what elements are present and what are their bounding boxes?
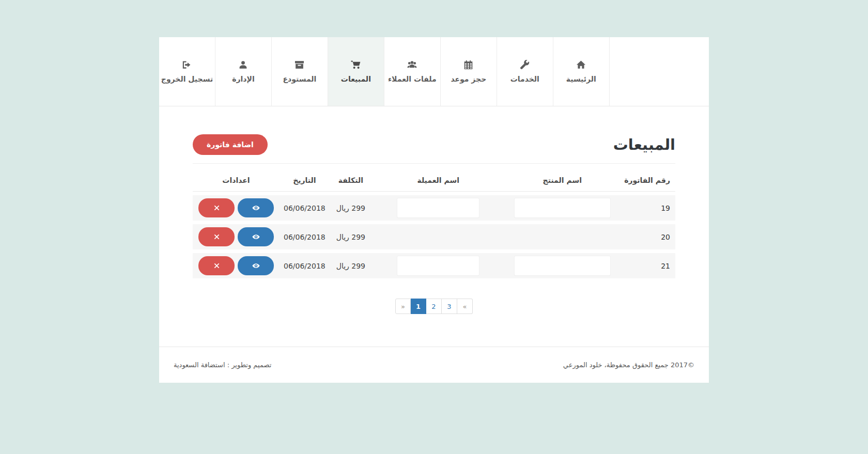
settings-cell (193, 195, 280, 221)
nav-item-label: الإدارة (232, 75, 255, 83)
sales-table-header: رقم الفاتورةاسم المنتجاسم العميلةالتكلفة… (193, 168, 675, 192)
pagination-page-1[interactable]: 1 (411, 299, 426, 314)
nav-item-calendar[interactable]: حجز موعد (440, 37, 497, 106)
date-value: 06/06/2018 (280, 224, 330, 249)
nav-item-label: تسجيل الخروج (161, 75, 213, 83)
nav-item-label: حجز موعد (451, 75, 486, 83)
cost-value: 299 ريال (330, 224, 372, 249)
cost-value: 299 ريال (330, 195, 372, 221)
calendar-icon (463, 60, 473, 70)
nav-item-label: ملفات العملاء (388, 75, 437, 83)
settings-cell (193, 253, 280, 278)
pagination-page-3[interactable]: 3 (442, 299, 457, 314)
view-invoice-button[interactable] (238, 227, 274, 246)
client-name-cell (372, 224, 504, 249)
nav-item-archive[interactable]: المستودع (271, 37, 328, 106)
user-icon (238, 60, 248, 70)
pagination-first[interactable]: » (395, 299, 411, 314)
cost-value: 299 ريال (330, 253, 372, 278)
home-icon (576, 60, 586, 70)
sign-out-icon (182, 60, 192, 70)
column-header-settings: اعدادات (193, 168, 280, 192)
wrench-icon (520, 60, 530, 70)
top-navigation: تسجيل الخروجالإدارةالمستودعالمبيعاتملفات… (159, 37, 709, 106)
eye-icon (252, 233, 260, 241)
column-header-cost: التكلفة (330, 168, 372, 192)
date-value: 06/06/2018 (280, 253, 330, 278)
sales-table: رقم الفاتورةاسم المنتجاسم العميلةالتكلفة… (193, 165, 675, 282)
table-row: 21299 ريال06/06/2018 (193, 253, 675, 278)
settings-cell (193, 224, 280, 249)
product-name-cell (504, 253, 620, 278)
sales-table-body: 19299 ريال06/06/201820299 ريال06/06/2018… (193, 195, 675, 278)
x-icon (213, 204, 221, 212)
nav-item-sign-out[interactable]: تسجيل الخروج (159, 37, 215, 106)
cart-icon (351, 60, 361, 70)
nav-item-users[interactable]: ملفات العملاء (384, 37, 440, 106)
nav-item-user[interactable]: الإدارة (215, 37, 271, 106)
nav-item-cart[interactable]: المبيعات (328, 37, 384, 106)
table-row: 19299 ريال06/06/2018 (193, 195, 675, 221)
column-header-product: اسم المنتج (504, 168, 620, 192)
delete-invoice-button[interactable] (198, 198, 235, 217)
eye-icon (252, 204, 260, 212)
title-row: المبيعات اضافة فاتورة (193, 134, 675, 164)
nav-item-home[interactable]: الرئيسية (553, 37, 609, 106)
product-name-box (515, 198, 610, 217)
archive-icon (295, 60, 304, 70)
footer-credit-link[interactable]: تصميم وتطوير : استضافة السعودية (174, 361, 271, 369)
nav-item-label: الرئيسية (566, 75, 596, 83)
x-icon (213, 233, 221, 241)
column-header-date: التاريخ (280, 168, 330, 192)
eye-icon (252, 262, 260, 270)
product-name-cell (504, 195, 620, 221)
delete-invoice-button[interactable] (198, 256, 235, 275)
nav-item-wrench[interactable]: الخدمات (497, 37, 553, 106)
nav-item-label: الخدمات (510, 75, 539, 83)
users-icon (407, 60, 417, 70)
column-header-client: اسم العميلة (372, 168, 504, 192)
x-icon (213, 262, 221, 270)
nav-empty-space (609, 37, 709, 106)
column-header-invoice: رقم الفاتورة (620, 168, 675, 192)
client-name-cell (372, 195, 504, 221)
product-name-box (515, 256, 610, 275)
nav-item-label: المستودع (283, 75, 316, 83)
client-name-box (397, 198, 479, 217)
product-name-cell (504, 224, 620, 249)
invoice-number: 20 (620, 224, 675, 249)
pagination: »123« (193, 299, 675, 314)
view-invoice-button[interactable] (238, 256, 274, 275)
nav-item-label: المبيعات (341, 75, 371, 83)
client-name-cell (372, 253, 504, 278)
footer: تصميم وتطوير : استضافة السعودية ©2017 جم… (159, 347, 709, 383)
delete-invoice-button[interactable] (198, 227, 235, 246)
main-card: تسجيل الخروجالإدارةالمستودعالمبيعاتملفات… (159, 37, 709, 383)
table-row: 20299 ريال06/06/2018 (193, 224, 675, 249)
invoice-number: 21 (620, 253, 675, 278)
footer-copyright: ©2017 جميع الحقوق محفوظة، خلود المورعي (563, 361, 694, 369)
content-area: المبيعات اضافة فاتورة رقم الفاتورةاسم ال… (159, 106, 709, 347)
date-value: 06/06/2018 (280, 195, 330, 221)
add-invoice-button[interactable]: اضافة فاتورة (193, 134, 268, 155)
pagination-page-2[interactable]: 2 (426, 299, 442, 314)
view-invoice-button[interactable] (238, 198, 274, 217)
pagination-last[interactable]: « (457, 299, 473, 314)
invoice-number: 19 (620, 195, 675, 221)
client-name-box (397, 256, 479, 275)
page-title: المبيعات (613, 136, 675, 153)
